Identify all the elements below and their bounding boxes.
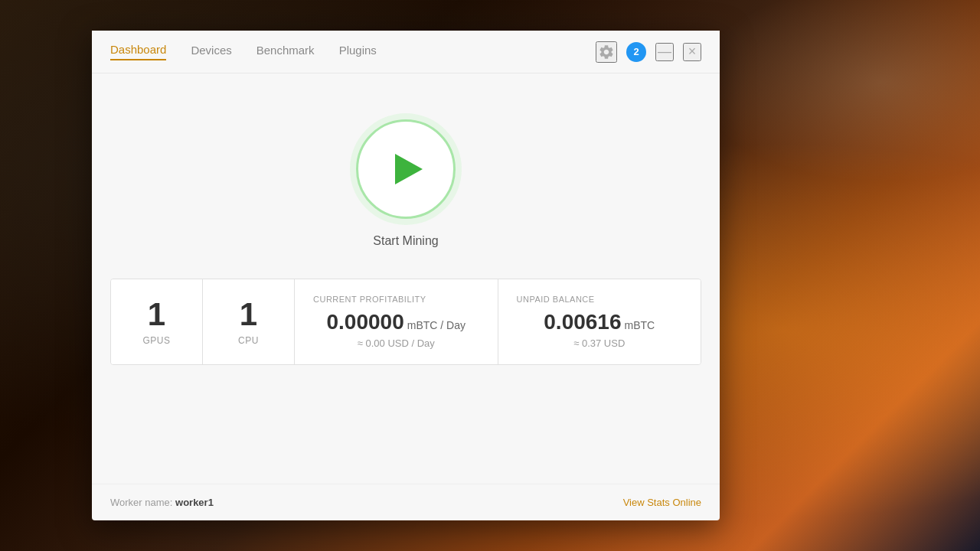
worker-name-label: Worker name: — [110, 497, 172, 508]
profitability-value: 0.00000 — [327, 310, 404, 334]
profitability-section-label: CURRENT PROFITABILITY — [313, 295, 426, 304]
profitability-usd: ≈ 0.00 USD / Day — [358, 337, 435, 349]
tab-devices[interactable]: Devices — [191, 44, 231, 60]
start-mining-button[interactable] — [356, 119, 456, 219]
gpu-count: 1 — [148, 298, 165, 331]
modal-body: Start Mining 1 GPUs 1 CPU CURRENT PROFIT… — [92, 73, 720, 484]
settings-button[interactable] — [596, 41, 617, 63]
start-mining-label: Start Mining — [373, 234, 438, 248]
profitability-unit: mBTC / Day — [407, 319, 466, 331]
app-window: Dashboard Devices Benchmark Plugins 2 — … — [92, 31, 720, 520]
play-section: Start Mining — [110, 89, 701, 271]
gpu-stat-card: 1 GPUs — [111, 279, 203, 364]
cpu-stat-card: 1 CPU — [203, 279, 295, 364]
profitability-card: CURRENT PROFITABILITY 0.00000 mBTC / Day… — [295, 279, 498, 364]
worker-name-display: Worker name: worker1 — [110, 497, 214, 508]
minimize-button[interactable]: — — [655, 43, 674, 61]
balance-value-row: 0.00616 mBTC — [544, 310, 655, 334]
play-icon — [395, 154, 423, 184]
modal-footer: Worker name: worker1 View Stats Online — [92, 484, 720, 520]
balance-unit: mBTC — [625, 319, 655, 331]
cpu-count: 1 — [240, 298, 257, 331]
gear-icon — [598, 44, 615, 60]
balance-card: UNPAID BALANCE 0.00616 mBTC ≈ 0.37 USD — [498, 279, 701, 364]
gpu-label: GPUs — [142, 335, 170, 346]
balance-usd: ≈ 0.37 USD — [573, 337, 625, 349]
close-button[interactable]: × — [683, 43, 701, 61]
nav-tabs: Dashboard Devices Benchmark Plugins — [110, 43, 596, 60]
header-controls: 2 — × — [596, 41, 701, 63]
profitability-value-row: 0.00000 mBTC / Day — [327, 310, 466, 334]
tab-benchmark[interactable]: Benchmark — [256, 44, 315, 60]
notification-badge[interactable]: 2 — [626, 42, 646, 62]
view-stats-button[interactable]: View Stats Online — [623, 497, 701, 508]
tab-plugins[interactable]: Plugins — [339, 44, 377, 60]
cpu-label: CPU — [238, 335, 259, 346]
balance-value: 0.00616 — [544, 310, 621, 334]
stats-row: 1 GPUs 1 CPU CURRENT PROFITABILITY 0.000… — [110, 279, 701, 365]
tab-dashboard[interactable]: Dashboard — [110, 43, 166, 60]
worker-name-value: worker1 — [175, 497, 214, 508]
balance-section-label: UNPAID BALANCE — [517, 295, 595, 304]
app-header: Dashboard Devices Benchmark Plugins 2 — … — [92, 31, 720, 73]
